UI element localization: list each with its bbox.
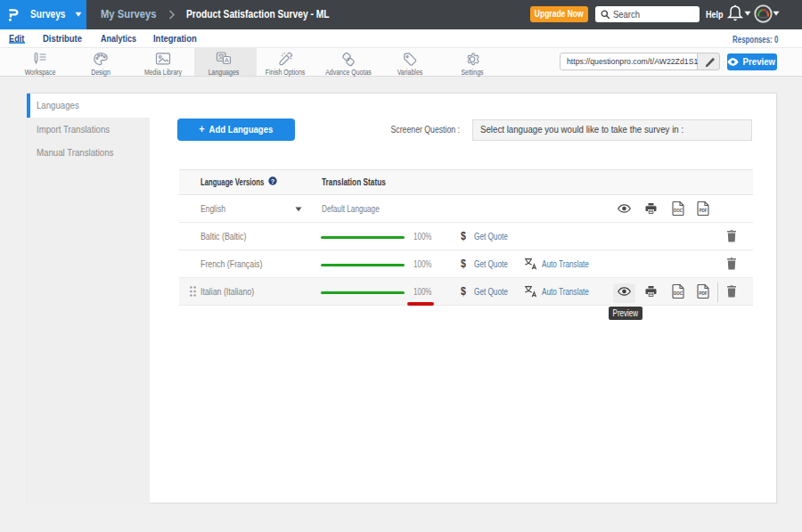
svg-text:DOC: DOC: [674, 291, 683, 296]
svg-text:?: ?: [271, 177, 275, 185]
svg-text:DOC: DOC: [674, 209, 683, 213]
svg-text:PDF: PDF: [699, 209, 707, 213]
svg-text:PDF: PDF: [699, 291, 707, 296]
